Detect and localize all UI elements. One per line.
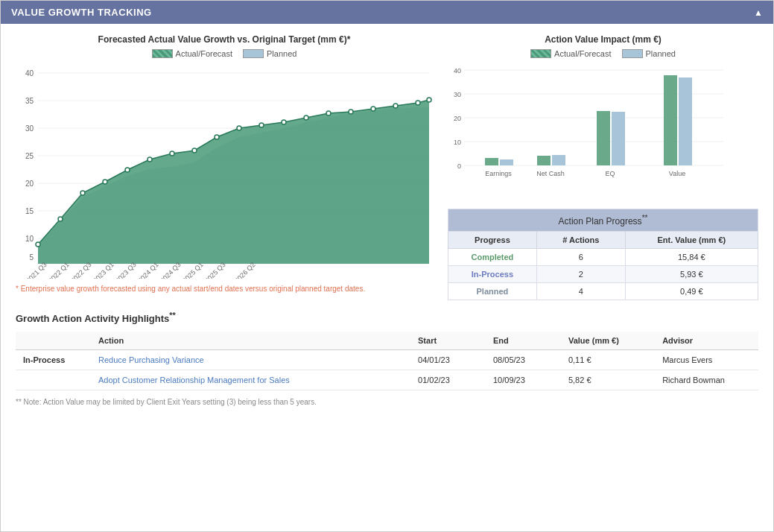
svg-text:0: 0 [457, 162, 461, 170]
svg-text:Net Cash: Net Cash [536, 170, 565, 177]
svg-rect-58 [500, 159, 513, 165]
col-header-action: Action [91, 332, 410, 350]
svg-rect-61 [597, 111, 610, 165]
row2-start: 01/02/23 [410, 370, 486, 390]
svg-text:Value: Value [669, 170, 685, 177]
highlight-row-2: Adopt Customer Relationship Management f… [16, 370, 758, 390]
footer-note: ** Note: Action Value may be limited by … [16, 398, 758, 406]
svg-text:15: 15 [25, 207, 34, 215]
right-bar-chart: 40 30 20 10 0 [448, 63, 731, 197]
highlights-title: Growth Action Activity Highlights** [16, 311, 758, 324]
svg-text:40: 40 [454, 67, 461, 75]
svg-marker-17 [38, 100, 429, 264]
svg-point-24 [170, 151, 174, 156]
action-plan-title: Action Plan Progress** [448, 209, 758, 232]
action-plan-row-completed: Completed 6 15,84 € [448, 249, 758, 266]
highlights-section: Growth Action Activity Highlights** Acti… [16, 311, 758, 406]
col-header-end: End [486, 332, 561, 350]
highlight-row-1: In-Process Reduce Purchasing Variance 04… [16, 350, 758, 370]
col-header-advisor: Advisor [655, 332, 758, 350]
row1-end: 08/05/23 [486, 350, 561, 370]
svg-point-30 [304, 115, 308, 120]
right-legend-actual: Actual/Forecast [530, 49, 611, 58]
svg-point-32 [349, 110, 353, 114]
action-plan-row-planned: Planned 4 0,49 € [448, 283, 758, 300]
row1-start: 04/01/23 [410, 350, 486, 370]
value-planned: 0,49 € [625, 283, 758, 300]
svg-text:35: 35 [25, 97, 34, 105]
svg-text:EQ: EQ [605, 170, 615, 177]
svg-point-35 [416, 101, 420, 105]
status-inprocess: In-Process [448, 266, 537, 283]
svg-rect-62 [612, 112, 625, 165]
svg-point-22 [125, 168, 130, 172]
row2-status [16, 370, 91, 390]
header-title: VALUE GROWTH TRACKING [11, 7, 152, 18]
right-swatch-green [530, 49, 551, 58]
svg-point-20 [80, 191, 85, 195]
svg-text:5: 5 [29, 253, 34, 262]
right-swatch-blue [622, 49, 643, 58]
right-chart-legend: Actual/Forecast Planned [448, 49, 758, 58]
bar-chart-section: Action Value Impact (mm €) Actual/Foreca… [448, 34, 758, 200]
svg-text:40: 40 [25, 69, 34, 77]
header-bar: VALUE GROWTH TRACKING ▲ [1, 1, 773, 24]
svg-point-25 [192, 148, 197, 153]
status-planned: Planned [448, 283, 537, 300]
svg-text:30: 30 [25, 124, 34, 133]
svg-point-31 [326, 111, 331, 115]
svg-rect-59 [537, 156, 551, 165]
highlights-table: Action Start End Value (mm €) Advisor In… [16, 332, 758, 390]
actions-planned: 4 [536, 283, 625, 300]
col-header-start: Start [410, 332, 486, 350]
value-completed: 15,84 € [625, 249, 758, 266]
actions-inprocess: 2 [536, 266, 625, 283]
right-legend-actual-label: Actual/Forecast [554, 49, 611, 58]
legend-label-planned: Planned [267, 49, 296, 58]
actions-completed: 6 [536, 249, 625, 266]
legend-label-actual: Actual/Forecast [176, 49, 232, 58]
svg-text:25: 25 [25, 152, 34, 160]
row1-action: Reduce Purchasing Variance [91, 350, 410, 370]
row1-action-link[interactable]: Reduce Purchasing Variance [98, 355, 204, 364]
svg-rect-64 [679, 77, 692, 165]
highlights-header-row: Action Start End Value (mm €) Advisor [16, 332, 758, 350]
svg-text:Earnings: Earnings [485, 170, 512, 177]
svg-point-19 [58, 217, 63, 221]
action-plan-row-inprocess: In-Process 2 5,93 € [448, 266, 758, 283]
left-area-chart: 40 35 30 25 20 15 10 5 [16, 63, 433, 279]
svg-rect-57 [485, 158, 498, 165]
legend-item-actual: Actual/Forecast [152, 49, 232, 58]
row1-value: 0,11 € [561, 350, 655, 370]
svg-text:2021 Q3: 2021 Q3 [25, 261, 48, 279]
col-header-value: Value (mm €) [561, 332, 655, 350]
svg-text:10: 10 [454, 139, 461, 146]
row2-action: Adopt Customer Relationship Management f… [91, 370, 410, 390]
svg-point-34 [393, 104, 398, 108]
right-chart-title: Action Value Impact (mm €) [448, 34, 758, 45]
col-header-progress: Progress [448, 232, 537, 249]
charts-row: Forecasted Actual Value Growth vs. Origi… [16, 34, 758, 300]
left-chart-section: Forecasted Actual Value Growth vs. Origi… [16, 34, 433, 300]
col-header-actions: # Actions [536, 232, 625, 249]
svg-point-33 [371, 107, 375, 111]
svg-point-18 [36, 242, 40, 247]
row2-action-link[interactable]: Adopt Customer Relationship Management f… [98, 376, 290, 384]
left-chart-title: Forecasted Actual Value Growth vs. Origi… [16, 34, 433, 45]
action-plan-table: Action Plan Progress** Progress # Action… [448, 209, 758, 300]
collapse-icon[interactable]: ▲ [754, 7, 763, 18]
legend-swatch-green [152, 49, 173, 58]
svg-point-27 [237, 126, 241, 130]
col-header-entval: Ent. Value (mm €) [625, 232, 758, 249]
svg-text:20: 20 [25, 180, 34, 188]
svg-text:20: 20 [454, 115, 461, 122]
row1-advisor: Marcus Evers [655, 350, 758, 370]
status-completed: Completed [448, 249, 537, 266]
svg-rect-60 [552, 155, 565, 165]
right-section: Action Value Impact (mm €) Actual/Foreca… [448, 34, 758, 300]
right-legend-planned: Planned [622, 49, 676, 58]
value-inprocess: 5,93 € [625, 266, 758, 283]
left-chart-note: * Enterprise value growth forecasted usi… [16, 285, 433, 293]
row2-value: 5,82 € [561, 370, 655, 390]
legend-swatch-blue [243, 49, 264, 58]
